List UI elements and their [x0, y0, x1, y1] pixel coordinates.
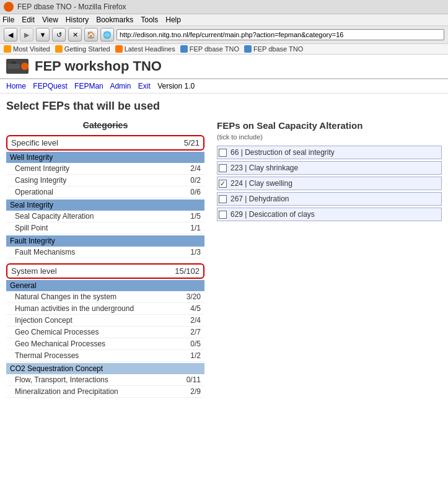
cement-integrity-item[interactable]: Cement Integrity 2/4: [6, 163, 204, 175]
menu-history[interactable]: History: [66, 15, 89, 24]
nav-home[interactable]: Home: [6, 82, 26, 90]
nav-fepquest[interactable]: FEPQuest: [33, 82, 67, 90]
fep-item-267: 267 | Dehydration: [217, 192, 442, 206]
home-button[interactable]: 🏠: [84, 28, 98, 42]
operational-label: Operational: [15, 188, 53, 196]
feps-hint: (tick to include): [217, 133, 442, 141]
geo-chemical-item[interactable]: Geo Chemical Processes 2/7: [6, 326, 204, 338]
categories-panel: Categories Specific level 5/21 Well Inte…: [6, 120, 204, 398]
specific-level-label: Specific level: [11, 138, 58, 147]
url-input[interactable]: [116, 29, 444, 40]
bookmark-fep2-label: FEP dbase TNO: [253, 45, 303, 53]
seal-capacity-count: 1/5: [190, 212, 201, 221]
svg-point-2: [21, 63, 29, 70]
fep-checkbox-223[interactable]: [219, 164, 227, 172]
specific-level-row[interactable]: Specific level 5/21: [6, 135, 204, 151]
fep-label-66: 66 | Destruction of seal integrity: [231, 148, 335, 157]
mineralization-label: Mineralization and Precipitation: [15, 387, 118, 396]
operational-item[interactable]: Operational 0/6: [6, 186, 204, 198]
fault-mechanisms-item[interactable]: Fault Mechanisms 1/3: [6, 247, 204, 258]
general-header[interactable]: General: [6, 280, 204, 291]
bookmark-latest-headlines-label: Latest Headlines: [125, 45, 175, 53]
injection-concept-item[interactable]: Injection Concept 2/4: [6, 315, 204, 326]
natural-changes-item[interactable]: Natural Changes in the system 3/20: [6, 291, 204, 303]
fep-checkbox-66[interactable]: [219, 149, 227, 157]
fault-mechanisms-label: Fault Mechanisms: [15, 248, 75, 256]
bookmark-most-visited-label: Most Visited: [13, 45, 50, 53]
bookmark-fep2[interactable]: FEP dbase TNO: [244, 45, 303, 53]
specific-level-count: 5/21: [184, 138, 200, 147]
mineralization-item[interactable]: Mineralization and Precipitation 2/9: [6, 386, 204, 398]
categories-title: Categories: [6, 120, 204, 130]
cement-integrity-label: Cement Integrity: [15, 164, 69, 173]
fep-checkbox-224[interactable]: [219, 180, 227, 188]
mineralization-count: 2/9: [190, 387, 201, 396]
cement-integrity-count: 2/4: [190, 164, 201, 173]
rss-icon: [115, 45, 123, 53]
seal-integrity-header[interactable]: Seal Integrity: [6, 199, 204, 211]
casing-integrity-item[interactable]: Casing Integrity 0/2: [6, 175, 204, 186]
system-level-count: 15/102: [175, 266, 200, 276]
page-heading: Select FEPs that will be used: [6, 100, 442, 113]
fep-label-223: 223 | Clay shrinkage: [231, 164, 298, 172]
spill-point-item[interactable]: Spill Point 1/1: [6, 222, 204, 234]
geo-mechanical-item[interactable]: Geo Mechanical Processes 0/5: [6, 338, 204, 350]
fep-checkbox-629[interactable]: [219, 211, 227, 219]
feps-title: FEPs on Seal Capacity Alteration: [217, 120, 442, 131]
spill-point-label: Spill Point: [15, 224, 48, 232]
app-logo: [6, 59, 29, 74]
thermal-processes-label: Thermal Processes: [15, 351, 79, 360]
fault-integrity-header[interactable]: Fault Integrity: [6, 235, 204, 247]
thermal-processes-count: 1/2: [190, 351, 201, 360]
human-activities-label: Human activities in the underground: [15, 304, 134, 313]
natural-changes-label: Natural Changes in the system: [15, 292, 116, 301]
nav-fepman[interactable]: FEPMan: [74, 82, 103, 90]
menu-bookmarks[interactable]: Bookmarks: [96, 15, 133, 24]
well-integrity-header[interactable]: Well Integrity: [6, 152, 204, 163]
main-layout: Categories Specific level 5/21 Well Inte…: [6, 120, 442, 398]
bookmark-fep1[interactable]: FEP dbase TNO: [180, 45, 239, 53]
flow-transport-item[interactable]: Flow, Transport, Interactions 0/11: [6, 374, 204, 386]
bookmark-getting-started[interactable]: Getting Started: [55, 45, 110, 53]
human-activities-item[interactable]: Human activities in the underground 4/5: [6, 303, 204, 315]
co2-header[interactable]: CO2 Sequestration Concept: [6, 363, 204, 374]
human-activities-count: 4/5: [190, 304, 201, 313]
reload-button[interactable]: ↺: [52, 28, 66, 42]
back-button[interactable]: ◀: [4, 28, 17, 42]
seal-capacity-label: Seal Capacity Alteration: [15, 212, 94, 221]
menu-help[interactable]: Help: [165, 15, 181, 24]
casing-integrity-label: Casing Integrity: [15, 176, 66, 185]
forward-button[interactable]: ▶: [20, 28, 33, 42]
system-level-row[interactable]: System level 15/102: [6, 263, 204, 279]
geo-chemical-count: 2/7: [190, 328, 201, 336]
go-button[interactable]: 🌐: [100, 28, 114, 42]
bookmark-getting-started-label: Getting Started: [64, 45, 110, 53]
menu-tools[interactable]: Tools: [141, 15, 158, 24]
fep-item-66: 66 | Destruction of seal integrity: [217, 146, 442, 159]
menu-edit[interactable]: Edit: [22, 15, 35, 24]
thermal-processes-item[interactable]: Thermal Processes 1/2: [6, 350, 204, 362]
fep-item-223: 223 | Clay shrinkage: [217, 161, 442, 175]
geo-chemical-label: Geo Chemical Processes: [15, 328, 99, 336]
fep-item-224: 224 | Clay swelling: [217, 177, 442, 190]
seal-capacity-item[interactable]: Seal Capacity Alteration 1/5: [6, 211, 204, 222]
geo-mechanical-label: Geo Mechanical Processes: [15, 340, 105, 348]
fault-mechanisms-count: 1/3: [190, 248, 201, 256]
nav-admin[interactable]: Admin: [110, 82, 131, 90]
stop-button[interactable]: ✕: [68, 28, 82, 42]
flow-transport-label: Flow, Transport, Interactions: [15, 375, 108, 384]
menu-view[interactable]: View: [42, 15, 58, 24]
app-nav: Home FEPQuest FEPMan Admin Exit Version …: [0, 79, 448, 94]
nav-exit[interactable]: Exit: [138, 82, 151, 90]
menu-file[interactable]: File: [2, 15, 14, 24]
bookmark-fep1-label: FEP dbase TNO: [190, 45, 239, 53]
dropdown-button[interactable]: ▼: [36, 28, 50, 42]
fep-checkbox-267[interactable]: [219, 195, 227, 203]
nav-bar: ◀ ▶ ▼ ↺ ✕ 🏠 🌐: [0, 26, 448, 44]
bookmark-latest-headlines[interactable]: Latest Headlines: [115, 45, 175, 53]
app-header: FEP workshop TNO: [0, 55, 448, 79]
bookmarks-bar: Most Visited Getting Started Latest Head…: [0, 44, 448, 55]
bookmark-most-visited[interactable]: Most Visited: [4, 45, 50, 53]
fep-item-629: 629 | Desiccation of clays: [217, 208, 442, 221]
spill-point-count: 1/1: [190, 224, 201, 232]
